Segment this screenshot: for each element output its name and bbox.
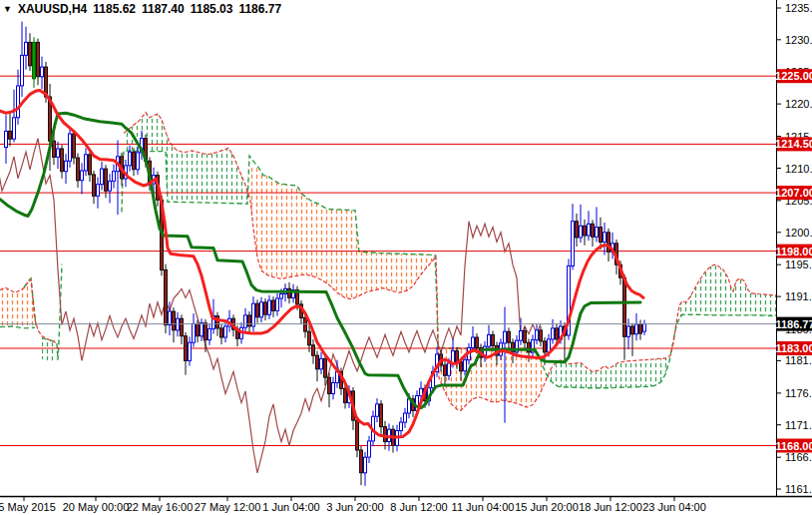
price-level-label: 1225.00 bbox=[775, 69, 812, 83]
candle bbox=[627, 318, 630, 349]
candle bbox=[596, 207, 599, 242]
ohlc-close: 1186.77 bbox=[238, 2, 281, 16]
candle bbox=[13, 90, 16, 143]
candle bbox=[364, 452, 367, 486]
candle bbox=[77, 154, 80, 188]
svg-text:1198.00: 1198.00 bbox=[775, 246, 812, 258]
candle bbox=[292, 284, 295, 303]
candle bbox=[189, 336, 192, 365]
candle bbox=[376, 398, 379, 422]
candle bbox=[65, 154, 68, 184]
x-axis-label: 22 May 16:00 bbox=[127, 501, 194, 513]
chart-area[interactable]: 1235.501230.601225.601220.701215.701210.… bbox=[0, 0, 812, 515]
svg-text:1183.00: 1183.00 bbox=[775, 342, 812, 354]
candle bbox=[248, 311, 251, 332]
candle bbox=[572, 204, 575, 269]
candle bbox=[173, 307, 176, 342]
price-chart-svg[interactable]: 1235.501230.601225.601220.701215.701210.… bbox=[0, 0, 812, 515]
candle bbox=[368, 436, 371, 463]
price-level-label: 1183.00 bbox=[775, 341, 812, 355]
candle bbox=[508, 327, 511, 348]
x-axis-label: 1 Jun 04:00 bbox=[262, 501, 320, 513]
price-level-label: 1168.00 bbox=[775, 439, 812, 453]
candle bbox=[392, 425, 395, 452]
candle bbox=[17, 70, 20, 125]
x-axis-label: 23 Jun 04:00 bbox=[642, 501, 706, 513]
candle bbox=[584, 220, 587, 246]
x-axis-label: 3 Jun 20:00 bbox=[326, 501, 384, 513]
chart-ohlc-header: ▼ XAUUSD,H4 1185.62 1187.40 1185.03 1186… bbox=[3, 2, 281, 16]
svg-text:1225.00: 1225.00 bbox=[775, 70, 812, 82]
candle bbox=[639, 320, 642, 340]
candle bbox=[312, 339, 315, 364]
svg-text:1207.00: 1207.00 bbox=[775, 187, 812, 199]
candle bbox=[316, 351, 319, 382]
x-axis-label: 27 May 12:00 bbox=[195, 501, 261, 513]
x-axis-label: 15 Jun 20:00 bbox=[515, 501, 579, 513]
y-axis-tick-label: 1176.10 bbox=[785, 387, 812, 399]
candle bbox=[81, 163, 84, 194]
trading-chart-window: ▼ XAUUSD,H4 1185.62 1187.40 1185.03 1186… bbox=[0, 0, 812, 515]
candle bbox=[631, 323, 634, 356]
candle bbox=[101, 162, 104, 191]
y-axis-tick-label: 1161.30 bbox=[785, 483, 812, 495]
candle bbox=[197, 320, 200, 343]
candle bbox=[113, 165, 116, 189]
x-axis-label: 11 Jun 04:00 bbox=[452, 501, 515, 513]
chart-dropdown-icon[interactable]: ▼ bbox=[3, 5, 12, 14]
price-level-label: 1198.00 bbox=[775, 245, 812, 258]
svg-text:1186.77: 1186.77 bbox=[775, 318, 812, 330]
current-price-label: 1186.77 bbox=[775, 317, 812, 331]
ohlc-low: 1185.03 bbox=[191, 2, 233, 16]
candle bbox=[360, 446, 363, 485]
candle bbox=[356, 416, 359, 457]
y-axis-tick-label: 1235.50 bbox=[785, 2, 812, 14]
candle bbox=[380, 400, 383, 434]
candle bbox=[220, 324, 223, 344]
svg-text:1214.50: 1214.50 bbox=[775, 138, 812, 150]
y-axis-tick-label: 1210.80 bbox=[785, 163, 812, 175]
y-axis-tick-label: 1195.90 bbox=[785, 258, 812, 270]
candle bbox=[33, 37, 36, 88]
y-axis-tick-label: 1200.90 bbox=[785, 227, 812, 239]
candle bbox=[604, 223, 607, 256]
candle bbox=[61, 145, 64, 179]
candle bbox=[181, 314, 184, 344]
candle bbox=[260, 297, 263, 322]
candle bbox=[165, 264, 168, 334]
candle bbox=[320, 352, 323, 374]
candle bbox=[193, 313, 196, 347]
candle bbox=[643, 320, 646, 335]
candle bbox=[580, 205, 583, 243]
x-axis-label: 18 Jun 12:00 bbox=[579, 501, 642, 513]
candle bbox=[268, 295, 271, 319]
candle bbox=[208, 323, 211, 344]
candle bbox=[576, 214, 579, 247]
candle bbox=[244, 308, 247, 333]
candle bbox=[85, 148, 88, 176]
candle bbox=[623, 274, 626, 360]
candle bbox=[201, 318, 203, 341]
candle bbox=[93, 171, 96, 204]
y-axis-tick-label: 1191.00 bbox=[785, 290, 812, 302]
candle bbox=[117, 141, 120, 216]
candle bbox=[41, 57, 44, 89]
price-level-label: 1207.00 bbox=[775, 186, 812, 200]
candle bbox=[404, 408, 407, 428]
candle bbox=[588, 211, 591, 241]
candle bbox=[328, 373, 331, 408]
candle bbox=[69, 127, 72, 168]
candle bbox=[300, 300, 303, 323]
y-axis-tick-label: 1220.70 bbox=[785, 98, 812, 110]
ichimoku-cloud-down bbox=[0, 279, 35, 328]
candle bbox=[272, 296, 275, 317]
candle bbox=[264, 298, 267, 320]
candle bbox=[25, 27, 28, 70]
ichimoku-cloud-up bbox=[124, 113, 250, 205]
candle bbox=[57, 142, 60, 169]
y-axis-tick-label: 1230.60 bbox=[785, 34, 812, 46]
candle bbox=[133, 148, 136, 176]
candle bbox=[540, 326, 543, 346]
candle bbox=[185, 332, 188, 375]
candle bbox=[592, 220, 595, 247]
